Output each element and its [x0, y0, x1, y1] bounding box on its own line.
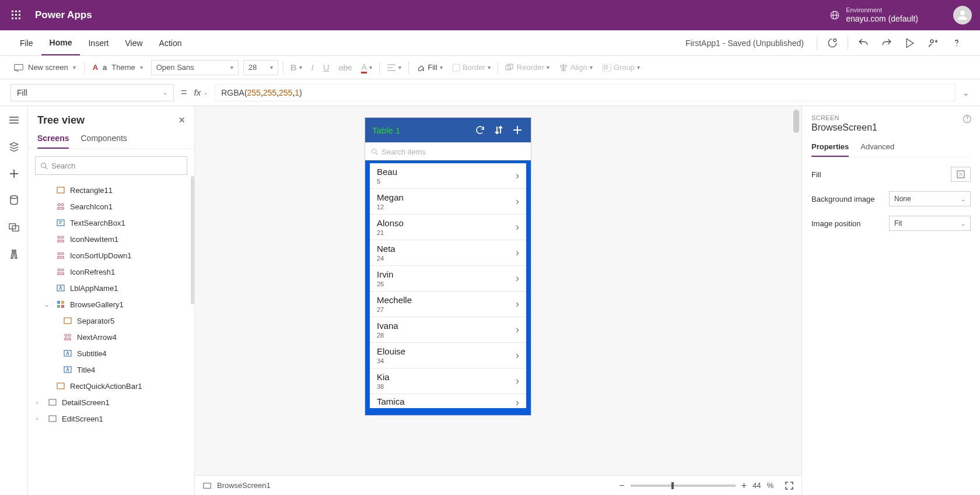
redo-icon[interactable] [880, 36, 894, 50]
user-avatar[interactable] [953, 6, 972, 24]
refresh-icon[interactable] [474, 124, 487, 136]
add-icon[interactable] [511, 124, 524, 136]
tree-search-input[interactable]: Search [35, 156, 187, 175]
item-subtitle: 12 [377, 203, 404, 210]
menu-home[interactable]: Home [41, 30, 80, 55]
theme-button[interactable]: Aa Theme ▾ [89, 63, 146, 72]
help-icon[interactable] [950, 36, 964, 50]
help-circle-icon[interactable] [963, 114, 972, 124]
tree-item[interactable]: NextArrow4 [28, 329, 194, 345]
list-item[interactable]: Beau5› [370, 163, 526, 189]
group-icon [63, 332, 72, 342]
italic-button[interactable]: I [309, 62, 316, 72]
fx-label[interactable]: fx⌄ [194, 87, 208, 97]
tree-item-label: RectQuickActionBar1 [70, 382, 142, 391]
tree-item[interactable]: TextSearchBox1 [28, 215, 194, 231]
sort-icon[interactable] [492, 124, 505, 136]
zoom-out-button[interactable]: − [619, 480, 624, 491]
list-item[interactable]: Kia38› [370, 368, 526, 394]
screen-icon [203, 482, 211, 489]
hamburger-icon[interactable] [7, 113, 21, 127]
tree-item[interactable]: ⌄BrowseGallery1 [28, 296, 194, 313]
tab-properties[interactable]: Properties [811, 142, 849, 157]
bg-image-select[interactable]: None⌄ [889, 191, 971, 206]
share-icon[interactable] [926, 36, 940, 50]
font-color-button[interactable]: A▾ [359, 62, 374, 73]
tree-item[interactable]: RectQuickActionBar1 [28, 378, 194, 394]
tab-screens[interactable]: Screens [37, 134, 69, 149]
group-button[interactable]: Group▾ [600, 63, 642, 72]
underline-button[interactable]: U [321, 62, 332, 72]
tree-item[interactable]: SearchIcon1 [28, 198, 194, 215]
tree-item[interactable]: IconSortUpDown1 [28, 247, 194, 264]
zoom-in-button[interactable]: + [741, 480, 747, 491]
waffle-icon[interactable] [8, 7, 24, 23]
menu-action[interactable]: Action [151, 30, 190, 55]
tools-icon[interactable] [7, 247, 21, 261]
zoom-slider[interactable] [631, 485, 736, 487]
tree-item[interactable]: Subtitle4 [28, 345, 194, 361]
reorder-button[interactable]: Reorder▾ [503, 63, 552, 72]
fill-button[interactable]: Fill▾ [414, 63, 445, 72]
menu-view[interactable]: View [117, 30, 150, 55]
preview-icon[interactable] [903, 36, 917, 50]
tree-item[interactable]: Separator5 [28, 313, 194, 329]
media-icon[interactable] [7, 220, 21, 234]
list-item[interactable]: Tamica› [370, 394, 526, 408]
ribbon: New screen ▾ Aa Theme ▾ Open Sans ▾ 28 ▾… [0, 56, 980, 79]
align-button[interactable]: Align▾ [556, 63, 595, 72]
tree-item[interactable]: ›EditScreen1 [28, 410, 194, 427]
new-screen-button[interactable]: New screen ▾ [10, 63, 79, 72]
chevron-right-icon[interactable]: › [36, 399, 43, 406]
svg-rect-7 [15, 17, 17, 19]
chevron-right-icon: › [516, 324, 519, 336]
insert-icon[interactable] [7, 167, 21, 181]
tree-view-icon[interactable] [7, 140, 21, 154]
svg-rect-66 [57, 383, 64, 389]
list-item[interactable]: Ivana28› [370, 317, 526, 343]
strikethrough-button[interactable]: abc [337, 63, 355, 72]
list-item[interactable]: Neta24› [370, 240, 526, 266]
fit-to-window-icon[interactable] [785, 482, 793, 490]
breadcrumb[interactable]: BrowseScreen1 [217, 481, 271, 490]
list-item[interactable]: Mechelle27› [370, 292, 526, 317]
fill-swatch[interactable] [951, 167, 971, 182]
close-icon[interactable]: × [178, 114, 185, 127]
scrollbar-thumb[interactable] [191, 176, 194, 304]
list-item[interactable]: Irvin26› [370, 266, 526, 292]
tree-item[interactable]: LblAppName1 [28, 280, 194, 296]
property-select[interactable]: Fill ⌄ [10, 84, 174, 101]
gallery-icon [56, 300, 65, 309]
phone-search-input[interactable]: Search items [365, 142, 531, 161]
menu-file[interactable]: File [12, 30, 41, 55]
font-size-select[interactable]: 28 ▾ [243, 60, 278, 75]
bold-button[interactable]: B▾ [288, 62, 304, 72]
list-item[interactable]: Alonso21› [370, 215, 526, 240]
formula-expand-icon[interactable]: ⌄ [963, 88, 970, 97]
formula-input[interactable]: RGBA(255, 255, 255, 1) [215, 84, 956, 101]
tree-item[interactable]: ›DetailScreen1 [28, 394, 194, 410]
tab-advanced[interactable]: Advanced [860, 142, 894, 157]
tree-item[interactable]: Title4 [28, 361, 194, 378]
tab-components[interactable]: Components [80, 134, 127, 149]
font-select[interactable]: Open Sans ▾ [151, 60, 239, 75]
chevron-right-icon[interactable]: › [36, 416, 43, 422]
canvas-scrollbar-vertical[interactable] [793, 110, 799, 436]
canvas[interactable]: Table 1 Search items Beau5›Megan12›Alons… [195, 106, 802, 495]
svg-point-13 [834, 38, 836, 41]
border-button[interactable]: Border▾ [450, 63, 493, 72]
list-item[interactable]: Megan12› [370, 189, 526, 215]
data-icon[interactable] [7, 194, 21, 208]
undo-icon[interactable] [856, 36, 870, 50]
environment-picker[interactable]: Environment enayu.com (default) [830, 6, 918, 24]
list-item[interactable]: Elouise34› [370, 343, 526, 368]
fill-label: Fill [428, 63, 438, 72]
tree-item[interactable]: Rectangle11 [28, 182, 194, 198]
chevron-down-icon[interactable]: ⌄ [44, 301, 51, 308]
text-align-button[interactable]: ▾ [384, 64, 404, 72]
tree-item[interactable]: IconRefresh1 [28, 264, 194, 280]
menu-insert[interactable]: Insert [80, 30, 117, 55]
tree-item[interactable]: IconNewItem1 [28, 231, 194, 247]
image-position-select[interactable]: Fit⌄ [889, 216, 971, 231]
app-checker-icon[interactable] [825, 36, 839, 50]
